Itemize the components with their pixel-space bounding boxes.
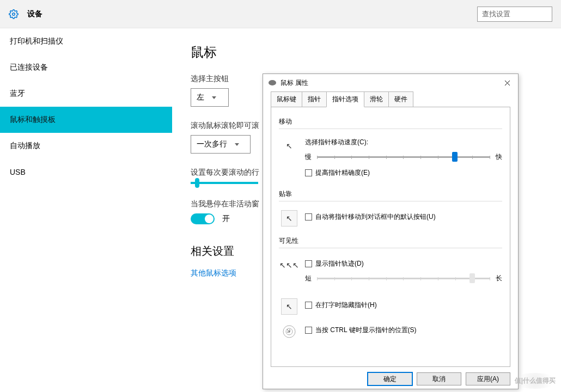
tab-pointers[interactable]: 指针 bbox=[302, 91, 327, 107]
sidebar-item-bluetooth[interactable]: 蓝牙 bbox=[0, 81, 172, 107]
sidebar-item-usb[interactable]: USB bbox=[0, 159, 172, 185]
snap-to-icon: ↖ bbox=[281, 210, 297, 226]
search-input[interactable]: 查找设置 bbox=[477, 7, 552, 22]
tab-pointer-options[interactable]: 指针选项 bbox=[326, 91, 364, 107]
tabs: 鼠标键 指针 指针选项 滑轮 硬件 bbox=[271, 91, 510, 107]
scroll-behavior-select[interactable]: 一次多行 bbox=[191, 135, 251, 154]
snap-default-checkbox[interactable]: 自动将指针移动到对话框中的默认按钮(U) bbox=[305, 212, 502, 222]
chevron-down-icon bbox=[235, 143, 239, 146]
dialog-title: 鼠标 属性 bbox=[280, 78, 502, 88]
hide-typing-icon: ↖ bbox=[281, 298, 297, 315]
slow-label: 慢 bbox=[305, 152, 312, 162]
hover-toggle-text: 开 bbox=[222, 214, 230, 223]
svg-point-0 bbox=[13, 13, 15, 15]
watermark: 值|什么值得买 bbox=[513, 373, 558, 389]
ok-button[interactable]: 确定 bbox=[368, 372, 412, 385]
ctrl-locate-icon bbox=[281, 323, 297, 340]
chevron-down-icon bbox=[212, 96, 216, 99]
header-bar: 设备 查找设置 bbox=[0, 0, 561, 28]
group-motion: ↖ 选择指针移动速度(C): 慢 快 提高指针精确度(E) bbox=[279, 128, 502, 186]
tab-panel: 移动 ↖ 选择指针移动速度(C): 慢 快 bbox=[271, 107, 510, 367]
hover-toggle[interactable] bbox=[191, 213, 215, 224]
group-snap-label: 贴靠 bbox=[279, 189, 502, 199]
pointer-speed-icon: ↖ bbox=[281, 138, 297, 154]
enhance-precision-checkbox[interactable]: 提高指针精确度(E) bbox=[305, 168, 502, 177]
main-heading: 鼠标 bbox=[191, 44, 561, 61]
sidebar-item-printers[interactable]: 打印机和扫描仪 bbox=[0, 28, 172, 54]
pointer-trails-icon: ↖↖↖ bbox=[281, 257, 297, 273]
group-visibility: ↖↖↖ 显示指针轨迹(D) 短 长 ↖ bbox=[279, 248, 502, 346]
pointer-speed-slider[interactable] bbox=[317, 156, 490, 158]
group-snap: ↖ 自动将指针移动到对话框中的默认按钮(U) bbox=[279, 201, 502, 233]
close-icon bbox=[504, 80, 510, 86]
tab-wheel[interactable]: 滑轮 bbox=[364, 91, 389, 107]
lines-slider[interactable] bbox=[191, 182, 258, 184]
sidebar-item-mouse[interactable]: 鼠标和触摸板 bbox=[0, 107, 172, 133]
sidebar: 打印机和扫描仪 已连接设备 蓝牙 鼠标和触摸板 自动播放 USB bbox=[0, 28, 172, 392]
dialog-buttons: 确定 取消 应用(A) bbox=[263, 367, 518, 391]
tab-hardware[interactable]: 硬件 bbox=[388, 91, 413, 107]
sidebar-item-autoplay[interactable]: 自动播放 bbox=[0, 133, 172, 159]
fast-label: 快 bbox=[496, 152, 502, 162]
pointer-speed-label: 选择指针移动速度(C): bbox=[305, 138, 502, 147]
sidebar-item-connected[interactable]: 已连接设备 bbox=[0, 54, 172, 81]
gear-icon bbox=[9, 9, 19, 19]
show-trails-checkbox[interactable]: 显示指针轨迹(D) bbox=[305, 259, 502, 268]
group-motion-label: 移动 bbox=[279, 117, 502, 126]
hide-typing-checkbox[interactable]: 在打字时隐藏指针(H) bbox=[305, 301, 502, 310]
apply-button[interactable]: 应用(A) bbox=[466, 372, 510, 385]
primary-button-select[interactable]: 左 bbox=[191, 88, 229, 107]
dialog-titlebar[interactable]: 鼠标 属性 bbox=[263, 74, 518, 91]
short-label: 短 bbox=[305, 274, 312, 283]
tab-buttons[interactable]: 鼠标键 bbox=[271, 91, 302, 107]
ctrl-locate-checkbox[interactable]: 当按 CTRL 键时显示指针的位置(S) bbox=[305, 326, 502, 335]
dialog-body: 鼠标键 指针 指针选项 滑轮 硬件 移动 ↖ 选择指针移动速度(C): 慢 bbox=[263, 91, 518, 367]
mouse-icon bbox=[269, 80, 276, 85]
page-title: 设备 bbox=[27, 9, 42, 19]
trail-length-slider bbox=[317, 278, 490, 279]
close-button[interactable] bbox=[502, 77, 513, 88]
long-label: 长 bbox=[496, 274, 502, 283]
cancel-button[interactable]: 取消 bbox=[417, 372, 461, 385]
group-visibility-label: 可见性 bbox=[279, 236, 502, 246]
mouse-properties-dialog: 鼠标 属性 鼠标键 指针 指针选项 滑轮 硬件 移动 ↖ 选择指针移动速度(C)… bbox=[263, 74, 519, 389]
